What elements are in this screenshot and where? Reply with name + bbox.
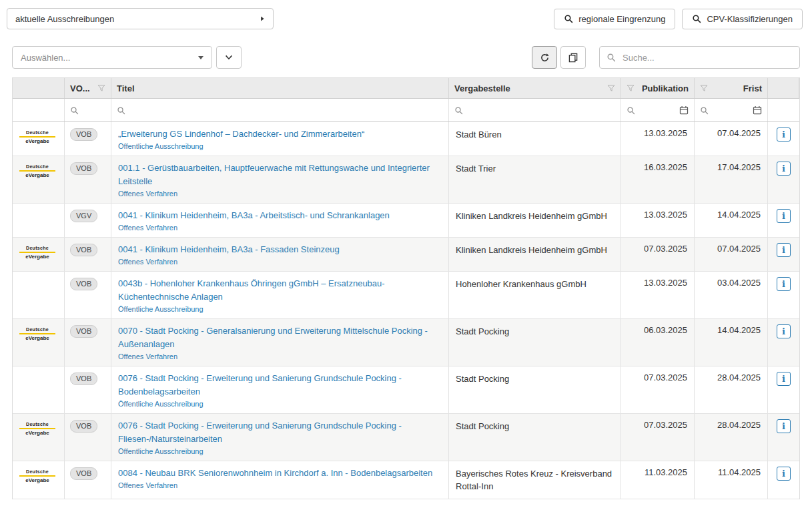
deadline-date: 28.04.2025 xyxy=(695,366,768,413)
global-search-input[interactable] xyxy=(621,52,793,63)
info-button[interactable] xyxy=(777,127,791,142)
source-logo-cell: Deutsche eVergabe xyxy=(13,204,65,237)
publication-date: 07.03.2025 xyxy=(621,414,695,461)
bulk-action-select[interactable]: Auswählen... xyxy=(12,46,212,69)
contracting-authority: Stadt Pocking xyxy=(449,319,621,366)
info-button[interactable] xyxy=(777,162,791,176)
regulation-badge: VGV xyxy=(70,210,97,222)
header-publikation[interactable]: Publikation xyxy=(621,78,695,98)
info-button[interactable] xyxy=(777,324,791,338)
source-logo-cell: Deutsche eVergabe xyxy=(13,414,65,461)
tender-title-link[interactable]: 0084 - Neubau BRK Seniorenwohnheim in Ki… xyxy=(118,467,442,480)
info-cell xyxy=(768,319,799,366)
info-button[interactable] xyxy=(777,209,791,223)
filter-input-vo[interactable] xyxy=(83,105,105,116)
filter-input-titel[interactable] xyxy=(130,105,443,116)
info-button[interactable] xyxy=(777,372,791,386)
search-icon[interactable] xyxy=(70,106,79,115)
filter-cell-info xyxy=(768,99,799,121)
search-icon[interactable] xyxy=(627,106,635,115)
logo-yellow-bar xyxy=(19,428,55,429)
search-icon[interactable] xyxy=(454,106,463,115)
expand-panel-button[interactable] xyxy=(216,46,242,69)
calendar-icon[interactable] xyxy=(679,105,689,115)
tender-title-link[interactable]: 0041 - Klinikum Heidenheim, BA3a - Fassa… xyxy=(118,243,442,256)
search-icon[interactable] xyxy=(700,106,709,115)
title-cell: „Erweiterung GS Lindenhof – Dachdecker- … xyxy=(111,122,449,156)
logo-text-bottom: eVergabe xyxy=(25,254,49,260)
regulation-badge: VOB xyxy=(70,467,97,480)
contracting-authority: Stadt Büren xyxy=(449,122,621,156)
filter-input-vergabestelle[interactable] xyxy=(468,105,615,116)
caret-right-icon[interactable] xyxy=(258,15,266,23)
header-titel[interactable]: Titel xyxy=(111,78,449,98)
info-button[interactable] xyxy=(777,419,791,433)
filter-cell-logo xyxy=(13,99,65,121)
tender-title-link[interactable]: „Erweiterung GS Lindenhof – Dachdecker- … xyxy=(118,127,442,141)
filter-input-publikation[interactable] xyxy=(640,105,675,116)
info-cell xyxy=(768,461,799,499)
deadline-date: 14.04.2025 xyxy=(695,319,768,366)
header-vo[interactable]: VO... xyxy=(65,78,111,98)
table-row: Deutsche eVergabe VOB 0041 - Klinikum He… xyxy=(13,238,799,272)
tender-title-link[interactable]: 0076 - Stadt Pocking - Erweiterung und S… xyxy=(118,419,442,446)
source-logo-cell: Deutsche eVergabe xyxy=(13,156,65,203)
caret-down-icon xyxy=(198,56,204,59)
logo-yellow-bar xyxy=(19,252,55,253)
refresh-button[interactable] xyxy=(532,46,557,69)
filter-funnel-icon[interactable] xyxy=(627,84,635,92)
logo-text-bottom: eVergabe xyxy=(25,430,49,436)
bulk-action-placeholder: Auswählen... xyxy=(21,53,70,63)
regulation-badge: VOB xyxy=(70,162,97,175)
search-icon[interactable] xyxy=(117,106,125,115)
filter-funnel-icon[interactable] xyxy=(607,84,615,92)
copy-icon xyxy=(568,53,578,63)
view-selector[interactable]: aktuelle Ausschreibungen xyxy=(7,8,274,29)
source-logo-cell: Deutsche eVergabe xyxy=(13,272,65,318)
logo-text-top: Deutsche xyxy=(26,164,49,170)
tender-title-link[interactable]: 0070 - Stadt Pocking - Generalsanierung … xyxy=(118,324,442,351)
topbar: aktuelle Ausschreibungen regionale Eingr… xyxy=(0,0,812,29)
info-cell xyxy=(768,238,799,271)
regional-filter-button[interactable]: regionale Eingrenzung xyxy=(554,9,675,29)
info-button[interactable] xyxy=(777,243,791,257)
topbar-actions: regionale Eingrenzung CPV-Klassifizierun… xyxy=(554,9,803,29)
global-search xyxy=(599,46,800,69)
cpv-filter-button[interactable]: CPV-Klassifizierungen xyxy=(682,9,803,29)
regulation-badge: VOB xyxy=(70,420,97,433)
filter-cell-publikation xyxy=(621,99,695,121)
info-button[interactable] xyxy=(777,277,791,291)
header-vergabestelle[interactable]: Vergabestelle xyxy=(449,78,621,98)
search-icon xyxy=(606,53,616,62)
regulation-badge: VOB xyxy=(70,128,97,141)
tender-title-link[interactable]: 001.1 - Gerüstbauarbeiten, Hauptfeuerwac… xyxy=(118,162,442,188)
logo-yellow-bar xyxy=(19,136,55,138)
contracting-authority: Hohenloher Krankenhaus gGmbH xyxy=(449,272,621,318)
tender-title-link[interactable]: 0076 - Stadt Pocking - Erweiterung und S… xyxy=(118,372,442,399)
refresh-icon xyxy=(540,53,550,63)
info-button[interactable] xyxy=(777,467,791,481)
grid-toolbar-right xyxy=(532,46,800,69)
logo-yellow-bar xyxy=(19,475,55,477)
filter-funnel-icon[interactable] xyxy=(97,84,105,92)
regulation-cell: VOB xyxy=(65,156,111,203)
deutsche-evergabe-logo: Deutsche eVergabe xyxy=(18,469,57,483)
logo-text-bottom: eVergabe xyxy=(25,335,49,341)
publication-date: 13.03.2025 xyxy=(621,122,695,156)
tender-title-link[interactable]: 0041 - Klinikum Heidenheim, BA3a - Arbei… xyxy=(118,209,442,222)
deadline-date: 14.04.2025 xyxy=(695,204,768,237)
filter-cell-frist xyxy=(695,99,768,121)
grid-body: Deutsche eVergabe VOB „Erweiterung GS Li… xyxy=(13,122,799,499)
procedure-type: Offenes Verfahren xyxy=(118,223,442,233)
contracting-authority: Kliniken Landkreis Heidenheim gGmbH xyxy=(449,238,621,271)
header-frist[interactable]: Frist xyxy=(695,78,768,98)
logo-text-bottom: eVergabe xyxy=(25,477,49,483)
filter-input-frist[interactable] xyxy=(713,105,748,116)
column-chooser-button[interactable] xyxy=(560,46,586,69)
info-cell xyxy=(768,272,799,318)
publication-date: 13.03.2025 xyxy=(621,272,695,318)
tender-title-link[interactable]: 0043b - Hohenloher Krankenhaus Öhringen … xyxy=(118,277,442,304)
filter-funnel-icon[interactable] xyxy=(700,84,708,92)
table-row: Deutsche eVergabe VOB 0076 - Stadt Pocki… xyxy=(13,414,799,461)
calendar-icon[interactable] xyxy=(753,105,762,115)
